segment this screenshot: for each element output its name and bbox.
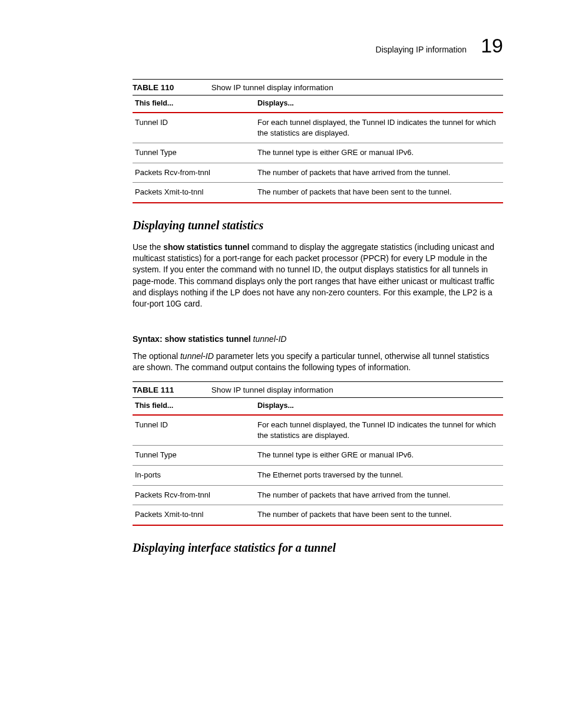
table-row: Packets Xmit-to-tnnlThe number of packet… bbox=[133, 183, 503, 203]
table-cell-field: Tunnel Type bbox=[133, 143, 255, 163]
table-cell-displays: The Ethernet ports traversed by the tunn… bbox=[255, 465, 503, 485]
running-header-title: Displaying IP information bbox=[376, 44, 467, 55]
paragraph: The optional tunnel-ID parameter lets yo… bbox=[133, 351, 503, 374]
table-cell-displays: The tunnel type is either GRE or manual … bbox=[255, 446, 503, 466]
text-run: The optional bbox=[133, 351, 180, 361]
syntax-line: Syntax: show statistics tunnel tunnel-ID bbox=[133, 334, 503, 345]
table-cell-displays: The number of packets that have been sen… bbox=[255, 183, 503, 203]
table-row: Packets Rcv-from-tnnlThe number of packe… bbox=[133, 485, 503, 505]
table-body: Tunnel IDFor each tunnel displayed, the … bbox=[133, 113, 503, 203]
text-run: command to display the aggregate statist… bbox=[133, 242, 494, 309]
table-cell-displays: The number of packets that have arrived … bbox=[255, 163, 503, 183]
table-caption-text: Show IP tunnel display information bbox=[211, 83, 333, 92]
table-header-field: This field... bbox=[133, 95, 255, 113]
table-cell-field: Packets Rcv-from-tnnl bbox=[133, 485, 255, 505]
table-caption: TABLE 111 Show IP tunnel display informa… bbox=[133, 381, 503, 397]
table-body: Tunnel IDFor each tunnel displayed, the … bbox=[133, 415, 503, 525]
table-cell-field: Packets Rcv-from-tnnl bbox=[133, 163, 255, 183]
syntax-label: Syntax: bbox=[133, 334, 164, 344]
page-header: Displaying IP information 19 bbox=[133, 35, 503, 55]
table-cell-displays: The number of packets that have arrived … bbox=[255, 485, 503, 505]
command-text: show statistics tunnel bbox=[163, 242, 249, 252]
table-row: Tunnel IDFor each tunnel displayed, the … bbox=[133, 415, 503, 446]
chapter-number: 19 bbox=[481, 35, 503, 55]
table-row: Tunnel TypeThe tunnel type is either GRE… bbox=[133, 446, 503, 466]
syntax-command: show statistics tunnel bbox=[164, 334, 253, 344]
table-cell-displays: The tunnel type is either GRE or manual … bbox=[255, 143, 503, 163]
table-cell-field: Packets Xmit-to-tnnl bbox=[133, 183, 255, 203]
table: This field... Displays... Tunnel IDFor e… bbox=[133, 397, 503, 525]
section-heading-interface-stats: Displaying interface statistics for a tu… bbox=[133, 540, 503, 556]
text-run: Use the bbox=[133, 242, 163, 252]
table-cell-field: Tunnel ID bbox=[133, 415, 255, 446]
table-111: TABLE 111 Show IP tunnel display informa… bbox=[133, 381, 503, 525]
table-cell-field: Packets Xmit-to-tnnl bbox=[133, 505, 255, 525]
table-cell-field: In-ports bbox=[133, 465, 255, 485]
table-label: TABLE 111 bbox=[133, 385, 209, 396]
table-cell-field: Tunnel ID bbox=[133, 113, 255, 143]
table-cell-displays: For each tunnel displayed, the Tunnel ID… bbox=[255, 415, 503, 446]
table: This field... Displays... Tunnel IDFor e… bbox=[133, 95, 503, 203]
table-row: In-portsThe Ethernet ports traversed by … bbox=[133, 465, 503, 485]
table-row: Packets Rcv-from-tnnlThe number of packe… bbox=[133, 163, 503, 183]
table-row: Tunnel TypeThe tunnel type is either GRE… bbox=[133, 143, 503, 163]
table-caption-text: Show IP tunnel display information bbox=[211, 386, 333, 394]
table-cell-displays: For each tunnel displayed, the Tunnel ID… bbox=[255, 113, 503, 143]
paragraph: Use the show statistics tunnel command t… bbox=[133, 242, 503, 310]
section-heading-tunnel-stats: Displaying tunnel statistics bbox=[133, 218, 503, 233]
table-row: Packets Xmit-to-tnnlThe number of packet… bbox=[133, 505, 503, 525]
table-cell-field: Tunnel Type bbox=[133, 446, 255, 466]
table-header-field: This field... bbox=[133, 398, 255, 415]
table-label: TABLE 110 bbox=[133, 83, 209, 93]
table-header-displays: Displays... bbox=[255, 398, 503, 415]
syntax-argument: tunnel-ID bbox=[253, 334, 287, 344]
parameter-text: tunnel-ID bbox=[180, 351, 214, 361]
table-110: TABLE 110 Show IP tunnel display informa… bbox=[133, 79, 503, 203]
table-row: Tunnel IDFor each tunnel displayed, the … bbox=[133, 113, 503, 143]
table-cell-displays: The number of packets that have been sen… bbox=[255, 505, 503, 525]
table-caption: TABLE 110 Show IP tunnel display informa… bbox=[133, 79, 503, 95]
table-header-displays: Displays... bbox=[255, 95, 503, 113]
